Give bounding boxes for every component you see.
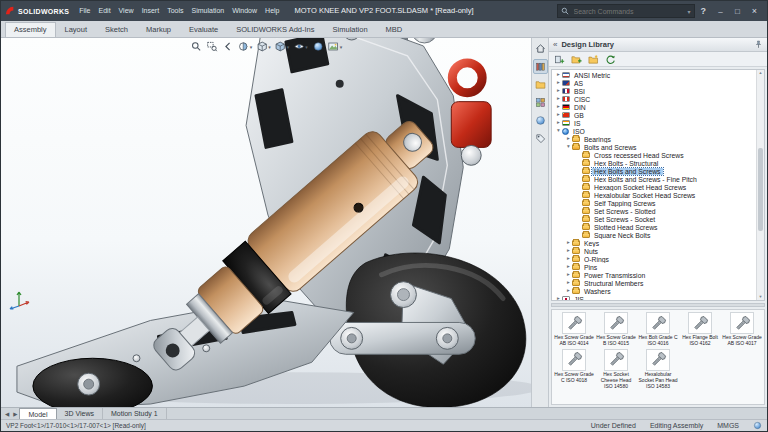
tree-item-power-transmission[interactable]: ▸Power Transmission	[552, 271, 756, 279]
tree-item-gb[interactable]: ▸GB	[552, 111, 756, 119]
expand-arrow-icon[interactable]: ▸	[555, 112, 562, 118]
tree-item-o-rings[interactable]: ▸O-Rings	[552, 255, 756, 263]
menu-tools[interactable]: Tools	[163, 1, 187, 21]
close-button[interactable]: ×	[746, 1, 763, 21]
previous-view-icon[interactable]	[221, 40, 235, 53]
ribbon-tab-sketch[interactable]: Sketch	[96, 22, 137, 37]
ribbon-tab-solidworks-add-ins[interactable]: SOLIDWORKS Add-Ins	[227, 22, 323, 37]
expand-arrow-icon[interactable]: ▸	[555, 88, 562, 94]
menu-view[interactable]: View	[115, 1, 138, 21]
design-library-tab[interactable]	[533, 59, 548, 74]
maximize-button[interactable]: □	[729, 1, 746, 21]
library-part-hex-screw-grade-ab-iso-4017[interactable]: Hex Screw Grade AB ISO 4017	[721, 312, 763, 347]
expand-arrow-icon[interactable]: ▸	[565, 264, 572, 270]
expand-arrow-icon[interactable]: ▸	[565, 272, 572, 278]
tree-item-jis[interactable]: ▸JIS	[552, 295, 756, 300]
file-explorer-tab[interactable]	[533, 77, 548, 92]
appearances-scenes-tab[interactable]	[533, 113, 548, 128]
zoom-area-icon[interactable]	[205, 40, 219, 53]
help-icon[interactable]: ?	[699, 6, 709, 16]
apply-scene-icon[interactable]: ▾	[327, 40, 344, 53]
tree-item-keys[interactable]: ▸Keys	[552, 239, 756, 247]
menu-window[interactable]: Window	[228, 1, 261, 21]
model-tab-3d-views[interactable]: 3D Views	[57, 408, 103, 419]
scroll-down-icon[interactable]: ▼	[759, 294, 763, 300]
expand-arrow-icon[interactable]: ▸	[555, 296, 562, 300]
scrollbar-thumb[interactable]	[758, 148, 763, 231]
search-options-caret-icon[interactable]: ▾	[687, 8, 690, 15]
expand-arrow-icon[interactable]: ▸	[555, 96, 562, 102]
menu-help[interactable]: Help	[261, 1, 283, 21]
refresh-icon[interactable]	[604, 53, 617, 66]
expand-arrow-icon[interactable]: ▸	[565, 280, 572, 286]
expand-arrow-icon[interactable]: ▸	[555, 104, 562, 110]
tree-item-din[interactable]: ▸DIN	[552, 103, 756, 111]
expand-arrow-icon[interactable]: ▸	[565, 240, 572, 246]
ribbon-tab-simulation[interactable]: Simulation	[324, 22, 377, 37]
tree-item-washers[interactable]: ▸Washers	[552, 287, 756, 295]
panel-splitter[interactable]	[551, 303, 765, 307]
status-globe-icon[interactable]	[753, 421, 762, 430]
add-to-library-icon[interactable]	[553, 53, 566, 66]
library-part-hexalobular-socket-pan-head-iso-14583[interactable]: Hexalobular Socket Pan Head ISO 14583	[637, 349, 679, 390]
view-palette-tab[interactable]	[533, 95, 548, 110]
edit-appearance-icon[interactable]	[311, 40, 325, 53]
tree-item-cisc[interactable]: ▸CISC	[552, 95, 756, 103]
tree-item-iso[interactable]: ▾ISO	[552, 127, 756, 135]
library-part-hex-socket-cheese-head-iso-14580[interactable]: Hex Socket Cheese Head ISO 14580	[595, 349, 637, 390]
expand-arrow-icon[interactable]: ▸	[565, 288, 572, 294]
expand-arrow-icon[interactable]: ▸	[565, 256, 572, 262]
menu-insert[interactable]: Insert	[138, 1, 164, 21]
hide-show-items-icon[interactable]: ▾	[292, 40, 309, 53]
tree-item-bearings[interactable]: ▸Bearings	[552, 135, 756, 143]
library-part-hex-bolt-grade-c-iso-4016[interactable]: Hex Bolt Grade C ISO 4016	[637, 312, 679, 347]
section-view-icon[interactable]: ▾	[237, 40, 254, 53]
ribbon-tab-assembly[interactable]: Assembly	[5, 22, 56, 37]
collapse-panel-icon[interactable]: «	[553, 41, 557, 49]
ribbon-tab-layout[interactable]: Layout	[56, 22, 97, 37]
tree-item-pins[interactable]: ▸Pins	[552, 263, 756, 271]
model-tab-model[interactable]: Model	[19, 408, 56, 419]
display-style-icon[interactable]: ▾	[274, 40, 291, 53]
tree-item-bsi[interactable]: ▸BSI	[552, 87, 756, 95]
minimize-button[interactable]: –	[712, 1, 729, 21]
viewport-3d[interactable]: ▾▾▾▾▾	[1, 38, 531, 407]
library-part-hex-flange-bolt-iso-4162[interactable]: Hex Flange Bolt ISO 4162	[679, 312, 721, 347]
search-input[interactable]	[572, 7, 685, 16]
expand-arrow-icon[interactable]: ▾	[565, 144, 572, 150]
pin-icon[interactable]	[754, 40, 763, 49]
prev-tab-arrow-icon[interactable]: ◀	[3, 408, 11, 419]
expand-arrow-icon[interactable]: ▸	[555, 80, 562, 86]
next-tab-arrow-icon[interactable]: ▶	[11, 408, 19, 419]
solidworks-resources-tab[interactable]	[533, 41, 548, 56]
ribbon-tab-markup[interactable]: Markup	[137, 22, 180, 37]
menu-file[interactable]: File	[75, 1, 94, 21]
ribbon-tab-mbd[interactable]: MBD	[377, 22, 412, 37]
expand-arrow-icon[interactable]: ▸	[555, 120, 562, 126]
zoom-fit-icon[interactable]	[189, 40, 203, 53]
tree-scrollbar[interactable]: ▲ ▼	[756, 70, 764, 300]
command-search[interactable]: ▾	[557, 4, 695, 18]
expand-arrow-icon[interactable]: ▸	[565, 248, 572, 254]
library-part-hex-screw-grade-c-iso-4018[interactable]: Hex Screw Grade C ISO 4018	[553, 349, 595, 390]
tree-item-as[interactable]: ▸AS	[552, 79, 756, 87]
new-folder-icon[interactable]	[587, 53, 600, 66]
tree-item-square-neck-bolts[interactable]: Square Neck Bolts	[552, 231, 756, 239]
model-tab-motion-study-1[interactable]: Motion Study 1	[103, 408, 167, 419]
expand-arrow-icon[interactable]: ▸	[565, 136, 572, 142]
view-orientation-icon[interactable]: ▾	[255, 40, 272, 53]
library-part-hex-screw-grade-b-iso-4015[interactable]: Hex Screw Grade B ISO 4015	[595, 312, 637, 347]
menu-simulation[interactable]: Simulation	[187, 1, 228, 21]
tree-item-is[interactable]: ▸IS	[552, 119, 756, 127]
expand-arrow-icon[interactable]: ▸	[555, 72, 562, 78]
tree-item-nuts[interactable]: ▸Nuts	[552, 247, 756, 255]
menu-edit[interactable]: Edit	[95, 1, 115, 21]
library-part-hex-screw-grade-ab-iso-4014[interactable]: Hex Screw Grade AB ISO 4014	[553, 312, 595, 347]
expand-arrow-icon[interactable]: ▾	[555, 128, 562, 134]
tree-item-ansi-metric[interactable]: ▸ANSI Metric	[552, 71, 756, 79]
add-file-location-icon[interactable]	[570, 53, 583, 66]
scroll-up-icon[interactable]: ▲	[759, 70, 763, 76]
custom-properties-tab[interactable]	[533, 131, 548, 146]
ribbon-tab-evaluate[interactable]: Evaluate	[180, 22, 227, 37]
tree-item-structural-members[interactable]: ▸Structural Members	[552, 279, 756, 287]
